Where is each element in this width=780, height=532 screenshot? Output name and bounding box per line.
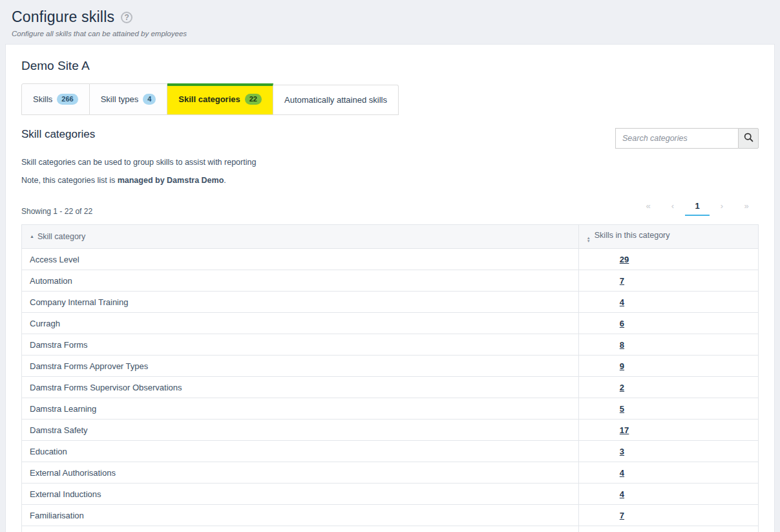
skill-category-cell: Familiarisation [22,505,579,526]
search-button[interactable] [738,128,759,149]
table-row: Education3 [22,441,759,462]
skill-category-cell: Automation [22,270,579,292]
skills-count-link[interactable]: 4 [620,297,624,307]
table-row: Company Internal Training4 [22,292,759,313]
skills-count-link[interactable]: 4 [620,489,624,499]
skills-count-cell: 4 [578,292,758,313]
table-row: Damstra Forms Approver Types9 [22,356,759,377]
skill-category-cell: Damstra Forms [22,334,579,356]
skill-category-cell: Damstra Forms Approver Types [22,356,579,377]
skills-count-cell: 1 [578,526,758,532]
table-row: Damstra Learning5 [22,398,759,420]
section-heading: Skill categories [21,128,95,141]
skill-category-cell: Curragh [22,313,579,334]
search-box [615,128,759,149]
skill-category-cell: External Authorisations [22,462,579,484]
tab-label: Skill types [101,94,139,104]
table-row: Access Level29 [22,249,759,270]
skills-count-link[interactable]: 7 [620,511,624,520]
column-label: Skill category [37,232,85,241]
column-header-skill-category[interactable]: ▲Skill category [22,225,579,249]
pagination: «‹1›» [636,198,759,216]
tab-label: Automatically attained skills [284,95,387,105]
skills-count-cell: 29 [578,249,758,270]
tab-bar: Skills266Skill types4Skill categories22A… [21,83,759,115]
skills-count-cell: 5 [578,398,758,420]
page-title: Configure skills [12,8,114,26]
skills-count-cell: 2 [578,377,758,398]
table-row: Familiarisation7 [22,505,759,526]
skills-count-cell: 17 [578,420,758,441]
skills-count-cell: 7 [578,505,758,526]
tab-count-badge: 266 [57,94,78,105]
table-row: Fire1 [22,526,759,532]
tab-automatically-attained-skills[interactable]: Automatically attained skills [273,85,399,115]
skills-count-cell: 6 [578,313,758,334]
skill-category-cell: Damstra Learning [22,398,579,420]
page-subtitle: Configure all skills that can be attaine… [12,30,768,37]
first-page-button[interactable]: « [636,198,660,216]
next-page-button[interactable]: › [710,198,734,216]
table-row: External Authorisations4 [22,462,759,484]
section-note: Note, this categories list is managed by… [21,176,759,185]
page-header: Configure skills ? Configure all skills … [0,0,780,44]
skills-count-cell: 9 [578,356,758,377]
skills-count-cell: 3 [578,441,758,462]
tab-count-badge: 22 [245,94,262,105]
magnifier-icon [744,133,754,144]
table-row: Automation7 [22,270,759,292]
help-icon[interactable]: ? [121,12,132,23]
skills-count-cell: 8 [578,334,758,356]
tab-skill-categories[interactable]: Skill categories22 [167,83,273,115]
page-number-1[interactable]: 1 [685,198,710,216]
skill-category-cell: Company Internal Training [22,292,579,313]
table-row: External Inductions4 [22,484,759,505]
showing-count: Showing 1 - 22 of 22 [21,207,92,216]
skills-count-link[interactable]: 8 [620,340,624,350]
skills-count-link[interactable]: 17 [620,425,629,435]
skills-count-link[interactable]: 29 [620,255,629,264]
section-description: Skill categories can be used to group sk… [21,158,759,167]
sort-icon: ▲▼ [587,237,591,242]
skill-categories-table: ▲Skill category ▲▼Skills in this categor… [21,224,759,532]
last-page-button[interactable]: » [734,198,759,216]
skill-category-cell: Damstra Safety [22,420,579,441]
previous-page-button[interactable]: ‹ [660,198,685,216]
skill-category-cell: Damstra Forms Supervisor Observations [22,377,579,398]
skills-count-link[interactable]: 4 [620,468,624,478]
skills-count-cell: 7 [578,270,758,292]
skills-count-link[interactable]: 7 [620,276,624,286]
sort-ascending-icon: ▲ [30,234,34,239]
tab-label: Skill categories [178,94,240,104]
note-managed-by: managed by Damstra Demo [118,176,224,185]
skills-count-link[interactable]: 9 [620,361,624,371]
skill-category-cell: Access Level [22,249,579,270]
skill-category-cell: External Inductions [22,484,579,505]
site-name: Demo Site A [21,59,759,73]
skill-category-cell: Education [22,441,579,462]
table-row: Curragh6 [22,313,759,334]
skills-count-link[interactable]: 5 [620,404,624,414]
content-panel: Demo Site A Skills266Skill types4Skill c… [5,44,775,532]
skills-count-link[interactable]: 2 [620,383,624,392]
skills-count-link[interactable]: 6 [620,319,624,328]
column-label: Skills in this category [595,231,670,240]
search-input[interactable] [615,128,738,149]
tab-skills[interactable]: Skills266 [21,83,90,115]
skills-count-cell: 4 [578,462,758,484]
tab-label: Skills [33,94,52,104]
skills-count-cell: 4 [578,484,758,505]
column-header-skills-in-category[interactable]: ▲▼Skills in this category [578,225,758,249]
table-header-row: ▲Skill category ▲▼Skills in this categor… [22,225,759,249]
tab-count-badge: 4 [143,94,156,105]
table-row: Damstra Forms Supervisor Observations2 [22,377,759,398]
skill-category-cell: Fire [22,526,579,532]
table-row: Damstra Safety17 [22,420,759,441]
table-row: Damstra Forms8 [22,334,759,356]
skills-count-link[interactable]: 3 [620,447,624,456]
table-body: Access Level29Automation7Company Interna… [22,249,759,532]
tab-skill-types[interactable]: Skill types4 [90,83,168,115]
